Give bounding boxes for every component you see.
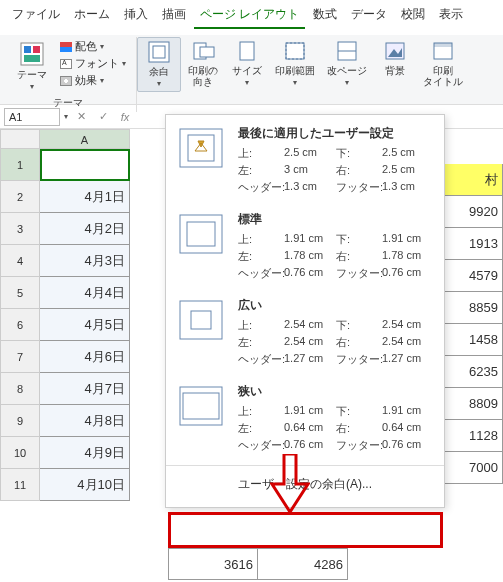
row-header[interactable]: 1	[0, 149, 40, 181]
margin-thumb-icon	[176, 297, 226, 343]
background-icon	[382, 39, 408, 63]
cell[interactable]: 9920	[443, 196, 503, 228]
margins-icon	[146, 40, 172, 64]
effects-button[interactable]: 効果 ▾	[60, 73, 126, 88]
print-titles-button[interactable]: 印刷 タイトル	[417, 37, 469, 89]
menu-view[interactable]: 表示	[433, 4, 469, 29]
cell[interactable]: 1458	[443, 324, 503, 356]
cell[interactable]: 1128	[443, 420, 503, 452]
preset-title: 広い	[238, 297, 434, 314]
cell[interactable]: 4286	[258, 548, 348, 580]
menu-review[interactable]: 校閲	[395, 4, 431, 29]
row-header[interactable]: 2	[0, 181, 40, 213]
size-icon	[234, 39, 260, 63]
margin-preset-normal[interactable]: 標準 上:1.91 cm 下:1.91 cm 左:1.78 cm 右:1.78 …	[166, 203, 444, 289]
ribbon-group-themes: テーマ▾ 配色 ▾ フォント ▾ 効果 ▾ テーマ	[4, 37, 137, 112]
cell[interactable]: 8809	[443, 388, 503, 420]
row-header[interactable]: 6	[0, 309, 40, 341]
row-header[interactable]: 4	[0, 245, 40, 277]
row-header[interactable]: 5	[0, 277, 40, 309]
svg-rect-16	[434, 43, 452, 47]
cancel-icon[interactable]: ✕	[72, 108, 90, 126]
print-area-button[interactable]: 印刷範囲▾	[269, 37, 321, 90]
print-titles-icon	[430, 39, 456, 63]
svg-rect-3	[24, 55, 40, 62]
cell[interactable]: 4月6日	[40, 341, 130, 373]
cell[interactable]: 7000	[443, 452, 503, 484]
row-header[interactable]: 11	[0, 469, 40, 501]
cell-a1[interactable]	[40, 149, 130, 181]
margins-button[interactable]: 余白▾	[137, 37, 181, 92]
themes-icon	[19, 41, 45, 67]
svg-rect-9	[286, 43, 304, 59]
cell[interactable]: 1913	[443, 228, 503, 260]
name-box-dropdown-icon[interactable]: ▾	[64, 112, 68, 121]
bottom-row-fragment: 3616 4286	[168, 548, 348, 580]
menu-home[interactable]: ホーム	[68, 4, 116, 29]
background-button[interactable]: 背景	[373, 37, 417, 78]
margin-preset-narrow[interactable]: 狭い 上:1.91 cm 下:1.91 cm 左:0.64 cm 右:0.64 …	[166, 375, 444, 461]
margin-preset-wide[interactable]: 広い 上:2.54 cm 下:2.54 cm 左:2.54 cm 右:2.54 …	[166, 289, 444, 375]
effects-icon	[60, 76, 72, 86]
breaks-icon	[334, 39, 360, 63]
cell[interactable]: 4579	[443, 260, 503, 292]
svg-rect-4	[149, 42, 169, 62]
cell[interactable]: 6235	[443, 356, 503, 388]
svg-rect-21	[180, 215, 222, 253]
menu-formulas[interactable]: 数式	[307, 4, 343, 29]
svg-rect-7	[200, 47, 214, 57]
cell[interactable]: 4月4日	[40, 277, 130, 309]
cell[interactable]: 8859	[443, 292, 503, 324]
preset-title: 最後に適用したユーザー設定	[238, 125, 434, 142]
cell[interactable]: 4月8日	[40, 405, 130, 437]
fonts-button[interactable]: フォント ▾	[60, 56, 126, 71]
ribbon: テーマ▾ 配色 ▾ フォント ▾ 効果 ▾ テーマ 余白▾ 印刷の 向き サイズ…	[0, 35, 503, 105]
preset-title: 狭い	[238, 383, 434, 400]
cell[interactable]: 4月3日	[40, 245, 130, 277]
cell[interactable]: 4月1日	[40, 181, 130, 213]
margins-dropdown: 最後に適用したユーザー設定 上:2.5 cm 下:2.5 cm 左:3 cm 右…	[165, 114, 445, 508]
cell[interactable]: 4月2日	[40, 213, 130, 245]
preset-title: 標準	[238, 211, 434, 228]
orientation-button[interactable]: 印刷の 向き	[181, 37, 225, 89]
row-header[interactable]: 10	[0, 437, 40, 469]
fx-icon[interactable]: fx	[116, 108, 134, 126]
column-header-a[interactable]: A	[40, 129, 130, 149]
right-column-fragment: 村 9920 1913 4579 8859 1458 6235 8809 112…	[443, 164, 503, 484]
name-box[interactable]: A1	[4, 108, 60, 126]
cell[interactable]: 4月9日	[40, 437, 130, 469]
menu-data[interactable]: データ	[345, 4, 393, 29]
row-header[interactable]: 3	[0, 213, 40, 245]
cell[interactable]: 村	[443, 164, 503, 196]
annotation-red-arrow-icon	[270, 454, 310, 514]
cell[interactable]: 4月10日	[40, 469, 130, 501]
breaks-button[interactable]: 改ページ▾	[321, 37, 373, 90]
cell[interactable]: 3616	[168, 548, 258, 580]
margin-preset-last[interactable]: 最後に適用したユーザー設定 上:2.5 cm 下:2.5 cm 左:3 cm 右…	[166, 115, 444, 203]
margin-thumb-icon	[176, 211, 226, 257]
cell[interactable]: 4月7日	[40, 373, 130, 405]
colors-icon	[60, 42, 72, 52]
svg-rect-23	[180, 301, 222, 339]
margin-thumb-icon	[176, 125, 226, 171]
svg-rect-8	[240, 42, 254, 60]
menu-draw[interactable]: 描画	[156, 4, 192, 29]
enter-icon[interactable]: ✓	[94, 108, 112, 126]
row-header[interactable]: 7	[0, 341, 40, 373]
menu-page-layout[interactable]: ページ レイアウト	[194, 4, 305, 29]
margin-thumb-icon	[176, 383, 226, 429]
size-button[interactable]: サイズ▾	[225, 37, 269, 90]
menu-insert[interactable]: 挿入	[118, 4, 154, 29]
svg-rect-1	[24, 46, 31, 53]
themes-button[interactable]: テーマ▾	[10, 39, 54, 94]
svg-rect-2	[33, 46, 40, 53]
colors-button[interactable]: 配色 ▾	[60, 39, 126, 54]
select-all-corner[interactable]	[0, 129, 40, 149]
row-header[interactable]: 8	[0, 373, 40, 405]
row-header[interactable]: 9	[0, 405, 40, 437]
orientation-icon	[190, 39, 216, 63]
menu-file[interactable]: ファイル	[6, 4, 66, 29]
cell[interactable]: 4月5日	[40, 309, 130, 341]
annotation-red-box	[168, 512, 443, 548]
print-area-icon	[282, 39, 308, 63]
